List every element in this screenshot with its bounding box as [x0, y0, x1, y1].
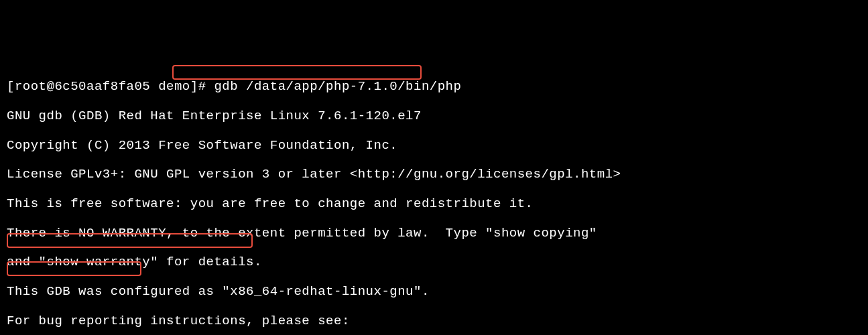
highlight-box-command-gdb [172, 65, 422, 80]
terminal-line: Copyright (C) 2013 Free Software Foundat… [7, 139, 861, 153]
terminal-line: and "show warranty" for details. [7, 255, 861, 270]
terminal-line: License GPLv3+: GNU GPL version 3 or lat… [7, 168, 861, 182]
terminal-line: This is free software: you are free to c… [7, 197, 861, 212]
terminal-line: For bug reporting instructions, please s… [7, 314, 861, 329]
terminal-line: [root@6c50aaf8fa05 demo]# gdb /data/app/… [7, 80, 861, 94]
terminal-line: GNU gdb (GDB) Red Hat Enterprise Linux 7… [7, 109, 861, 124]
terminal-output[interactable]: [root@6c50aaf8fa05 demo]# gdb /data/app/… [7, 65, 861, 335]
terminal-line: This GDB was configured as "x86_64-redha… [7, 285, 861, 299]
terminal-line: There is NO WARRANTY, to the extent perm… [7, 226, 861, 241]
